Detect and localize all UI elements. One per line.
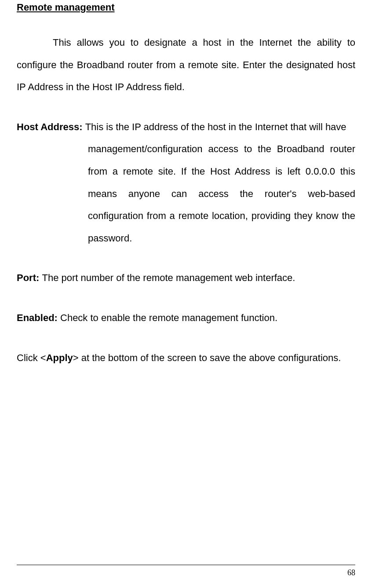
page-number: 68 xyxy=(347,568,355,577)
port-term: Port: xyxy=(17,272,42,283)
enabled-text: Check to enable the remote management fu… xyxy=(60,312,277,323)
host-address-first-line: This is the IP address of the host in th… xyxy=(85,121,346,132)
port-definition: Port: The port number of the remote mana… xyxy=(17,267,355,289)
host-address-definition: Host Address: This is the IP address of … xyxy=(17,116,355,250)
host-address-continuation: management/configuration access to the B… xyxy=(17,138,355,249)
apply-bold: Apply xyxy=(46,352,73,363)
intro-paragraph: This allows you to designate a host in t… xyxy=(17,32,355,99)
page-footer-rule xyxy=(17,565,355,565)
apply-suffix: > at the bottom of the screen to save th… xyxy=(73,352,341,363)
host-address-term: Host Address: xyxy=(17,121,85,132)
port-text: The port number of the remote management… xyxy=(42,272,295,283)
enabled-definition: Enabled: Check to enable the remote mana… xyxy=(17,307,355,329)
apply-instruction: Click <Apply> at the bottom of the scree… xyxy=(17,347,355,369)
apply-prefix: Click < xyxy=(17,352,46,363)
section-title: Remote management xyxy=(17,2,355,13)
enabled-term: Enabled: xyxy=(17,312,60,323)
